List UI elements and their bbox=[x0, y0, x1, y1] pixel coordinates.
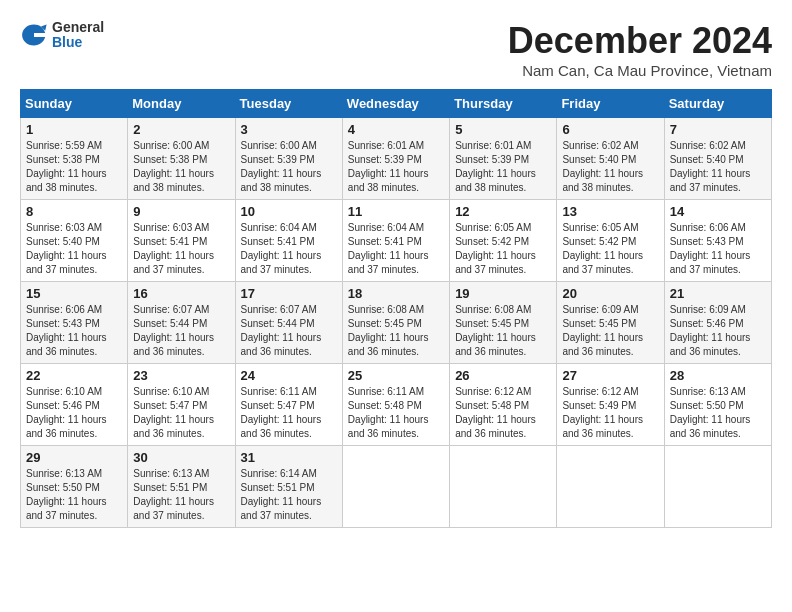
day-number: 3 bbox=[241, 122, 337, 137]
day-number: 7 bbox=[670, 122, 766, 137]
week-row-1: 1Sunrise: 5:59 AM Sunset: 5:38 PM Daylig… bbox=[21, 118, 772, 200]
day-detail: Sunrise: 6:01 AM Sunset: 5:39 PM Dayligh… bbox=[348, 139, 444, 195]
calendar-cell: 8Sunrise: 6:03 AM Sunset: 5:40 PM Daylig… bbox=[21, 200, 128, 282]
header-friday: Friday bbox=[557, 90, 664, 118]
calendar-cell bbox=[450, 446, 557, 528]
day-number: 1 bbox=[26, 122, 122, 137]
calendar-cell: 15Sunrise: 6:06 AM Sunset: 5:43 PM Dayli… bbox=[21, 282, 128, 364]
day-number: 18 bbox=[348, 286, 444, 301]
day-number: 12 bbox=[455, 204, 551, 219]
header-saturday: Saturday bbox=[664, 90, 771, 118]
day-detail: Sunrise: 6:00 AM Sunset: 5:38 PM Dayligh… bbox=[133, 139, 229, 195]
calendar-cell: 14Sunrise: 6:06 AM Sunset: 5:43 PM Dayli… bbox=[664, 200, 771, 282]
day-detail: Sunrise: 6:03 AM Sunset: 5:40 PM Dayligh… bbox=[26, 221, 122, 277]
day-detail: Sunrise: 6:09 AM Sunset: 5:46 PM Dayligh… bbox=[670, 303, 766, 359]
day-number: 31 bbox=[241, 450, 337, 465]
day-number: 20 bbox=[562, 286, 658, 301]
calendar-cell: 5Sunrise: 6:01 AM Sunset: 5:39 PM Daylig… bbox=[450, 118, 557, 200]
day-detail: Sunrise: 6:02 AM Sunset: 5:40 PM Dayligh… bbox=[670, 139, 766, 195]
calendar-cell: 11Sunrise: 6:04 AM Sunset: 5:41 PM Dayli… bbox=[342, 200, 449, 282]
calendar-cell: 28Sunrise: 6:13 AM Sunset: 5:50 PM Dayli… bbox=[664, 364, 771, 446]
day-detail: Sunrise: 6:11 AM Sunset: 5:47 PM Dayligh… bbox=[241, 385, 337, 441]
day-number: 21 bbox=[670, 286, 766, 301]
calendar-cell: 20Sunrise: 6:09 AM Sunset: 5:45 PM Dayli… bbox=[557, 282, 664, 364]
calendar-cell: 29Sunrise: 6:13 AM Sunset: 5:50 PM Dayli… bbox=[21, 446, 128, 528]
calendar-cell: 4Sunrise: 6:01 AM Sunset: 5:39 PM Daylig… bbox=[342, 118, 449, 200]
day-number: 27 bbox=[562, 368, 658, 383]
day-number: 6 bbox=[562, 122, 658, 137]
calendar-cell: 13Sunrise: 6:05 AM Sunset: 5:42 PM Dayli… bbox=[557, 200, 664, 282]
calendar-cell: 16Sunrise: 6:07 AM Sunset: 5:44 PM Dayli… bbox=[128, 282, 235, 364]
day-number: 4 bbox=[348, 122, 444, 137]
calendar-cell: 2Sunrise: 6:00 AM Sunset: 5:38 PM Daylig… bbox=[128, 118, 235, 200]
week-row-3: 15Sunrise: 6:06 AM Sunset: 5:43 PM Dayli… bbox=[21, 282, 772, 364]
calendar-cell: 1Sunrise: 5:59 AM Sunset: 5:38 PM Daylig… bbox=[21, 118, 128, 200]
calendar-cell bbox=[342, 446, 449, 528]
day-detail: Sunrise: 6:13 AM Sunset: 5:51 PM Dayligh… bbox=[133, 467, 229, 523]
page-header: General Blue December 2024 Nam Can, Ca M… bbox=[20, 20, 772, 79]
calendar-cell bbox=[557, 446, 664, 528]
day-detail: Sunrise: 6:04 AM Sunset: 5:41 PM Dayligh… bbox=[348, 221, 444, 277]
calendar-table: SundayMondayTuesdayWednesdayThursdayFrid… bbox=[20, 89, 772, 528]
day-detail: Sunrise: 6:10 AM Sunset: 5:46 PM Dayligh… bbox=[26, 385, 122, 441]
day-detail: Sunrise: 6:12 AM Sunset: 5:48 PM Dayligh… bbox=[455, 385, 551, 441]
day-number: 8 bbox=[26, 204, 122, 219]
day-number: 29 bbox=[26, 450, 122, 465]
logo: General Blue bbox=[20, 20, 104, 51]
calendar-cell: 9Sunrise: 6:03 AM Sunset: 5:41 PM Daylig… bbox=[128, 200, 235, 282]
day-detail: Sunrise: 6:09 AM Sunset: 5:45 PM Dayligh… bbox=[562, 303, 658, 359]
day-detail: Sunrise: 6:06 AM Sunset: 5:43 PM Dayligh… bbox=[26, 303, 122, 359]
calendar-cell: 23Sunrise: 6:10 AM Sunset: 5:47 PM Dayli… bbox=[128, 364, 235, 446]
day-number: 5 bbox=[455, 122, 551, 137]
calendar-cell: 18Sunrise: 6:08 AM Sunset: 5:45 PM Dayli… bbox=[342, 282, 449, 364]
logo-text: General Blue bbox=[52, 20, 104, 51]
day-number: 11 bbox=[348, 204, 444, 219]
day-detail: Sunrise: 6:00 AM Sunset: 5:39 PM Dayligh… bbox=[241, 139, 337, 195]
calendar-cell: 10Sunrise: 6:04 AM Sunset: 5:41 PM Dayli… bbox=[235, 200, 342, 282]
day-detail: Sunrise: 5:59 AM Sunset: 5:38 PM Dayligh… bbox=[26, 139, 122, 195]
day-number: 10 bbox=[241, 204, 337, 219]
day-detail: Sunrise: 6:02 AM Sunset: 5:40 PM Dayligh… bbox=[562, 139, 658, 195]
day-detail: Sunrise: 6:04 AM Sunset: 5:41 PM Dayligh… bbox=[241, 221, 337, 277]
calendar-cell: 25Sunrise: 6:11 AM Sunset: 5:48 PM Dayli… bbox=[342, 364, 449, 446]
calendar-cell: 31Sunrise: 6:14 AM Sunset: 5:51 PM Dayli… bbox=[235, 446, 342, 528]
day-number: 24 bbox=[241, 368, 337, 383]
logo-general: General bbox=[52, 20, 104, 35]
calendar-cell: 30Sunrise: 6:13 AM Sunset: 5:51 PM Dayli… bbox=[128, 446, 235, 528]
header-sunday: Sunday bbox=[21, 90, 128, 118]
day-number: 13 bbox=[562, 204, 658, 219]
day-detail: Sunrise: 6:03 AM Sunset: 5:41 PM Dayligh… bbox=[133, 221, 229, 277]
day-number: 15 bbox=[26, 286, 122, 301]
header-row: SundayMondayTuesdayWednesdayThursdayFrid… bbox=[21, 90, 772, 118]
header-thursday: Thursday bbox=[450, 90, 557, 118]
day-detail: Sunrise: 6:06 AM Sunset: 5:43 PM Dayligh… bbox=[670, 221, 766, 277]
day-number: 9 bbox=[133, 204, 229, 219]
day-detail: Sunrise: 6:08 AM Sunset: 5:45 PM Dayligh… bbox=[455, 303, 551, 359]
day-detail: Sunrise: 6:11 AM Sunset: 5:48 PM Dayligh… bbox=[348, 385, 444, 441]
day-number: 26 bbox=[455, 368, 551, 383]
day-number: 16 bbox=[133, 286, 229, 301]
day-number: 25 bbox=[348, 368, 444, 383]
day-number: 2 bbox=[133, 122, 229, 137]
calendar-cell: 24Sunrise: 6:11 AM Sunset: 5:47 PM Dayli… bbox=[235, 364, 342, 446]
day-number: 30 bbox=[133, 450, 229, 465]
calendar-cell: 3Sunrise: 6:00 AM Sunset: 5:39 PM Daylig… bbox=[235, 118, 342, 200]
calendar-cell: 12Sunrise: 6:05 AM Sunset: 5:42 PM Dayli… bbox=[450, 200, 557, 282]
logo-blue: Blue bbox=[52, 35, 104, 50]
day-number: 23 bbox=[133, 368, 229, 383]
calendar-cell bbox=[664, 446, 771, 528]
header-tuesday: Tuesday bbox=[235, 90, 342, 118]
day-detail: Sunrise: 6:13 AM Sunset: 5:50 PM Dayligh… bbox=[26, 467, 122, 523]
day-detail: Sunrise: 6:01 AM Sunset: 5:39 PM Dayligh… bbox=[455, 139, 551, 195]
day-detail: Sunrise: 6:05 AM Sunset: 5:42 PM Dayligh… bbox=[455, 221, 551, 277]
header-wednesday: Wednesday bbox=[342, 90, 449, 118]
calendar-cell: 21Sunrise: 6:09 AM Sunset: 5:46 PM Dayli… bbox=[664, 282, 771, 364]
day-detail: Sunrise: 6:13 AM Sunset: 5:50 PM Dayligh… bbox=[670, 385, 766, 441]
title-section: December 2024 Nam Can, Ca Mau Province, … bbox=[508, 20, 772, 79]
calendar-cell: 22Sunrise: 6:10 AM Sunset: 5:46 PM Dayli… bbox=[21, 364, 128, 446]
calendar-cell: 19Sunrise: 6:08 AM Sunset: 5:45 PM Dayli… bbox=[450, 282, 557, 364]
location: Nam Can, Ca Mau Province, Vietnam bbox=[508, 62, 772, 79]
calendar-cell: 7Sunrise: 6:02 AM Sunset: 5:40 PM Daylig… bbox=[664, 118, 771, 200]
day-number: 22 bbox=[26, 368, 122, 383]
day-detail: Sunrise: 6:12 AM Sunset: 5:49 PM Dayligh… bbox=[562, 385, 658, 441]
